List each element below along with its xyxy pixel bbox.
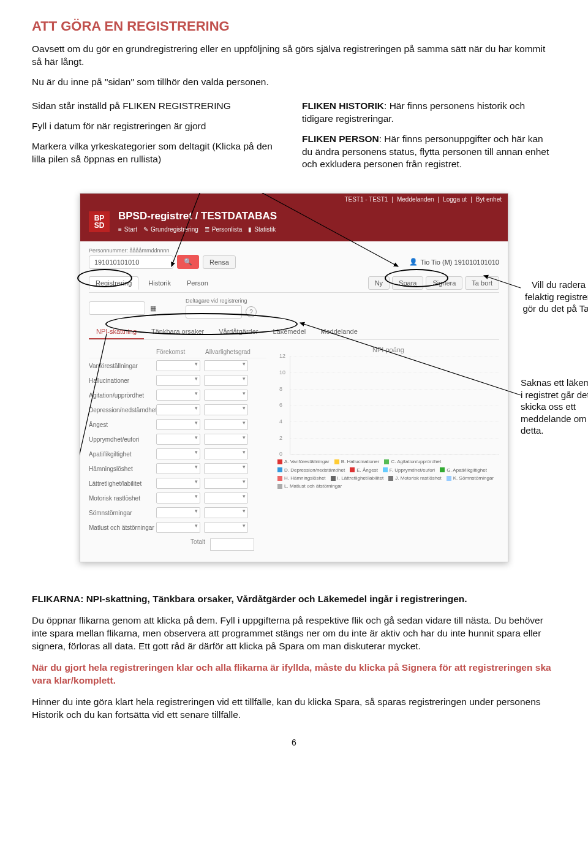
intro-para-1: Oavsett om du gör en grundregistrering e… [32,43,556,69]
subtab-orsaker[interactable]: Tänkbara orsaker [144,325,211,339]
left-instruction-3: Markera vilka yrkeskategorier som deltag… [32,140,286,166]
npi-row-label: Upprymdhet/eufori [89,436,156,443]
deltagare-select[interactable] [186,305,242,319]
right-instruction-2: FLIKEN PERSON: Här finns personuppgifter… [302,133,556,172]
ny-button[interactable]: Ny [368,276,390,290]
footer-signera: När du gjort hela registreringen klar oc… [32,662,556,687]
pn-label: Personnummer: ååååmmddnnnn [89,247,499,254]
legend-item: J. Motorisk rastlöshet [388,475,442,481]
subtab-meddelande[interactable]: Meddelande [313,325,365,339]
deltagare-label: Deltagare vid registrering [186,298,257,304]
menu-personlista[interactable]: ≣Personlista [205,226,242,233]
npi-row-label: Agitation/upprördhet [89,392,156,399]
forekomst-select[interactable] [156,419,200,430]
npi-row-label: Motorisk rastlöshet [89,495,156,502]
npi-row-label: Vanföreställningar [89,363,156,369]
legend-item: F. Upprymdhet/eufori [383,467,435,474]
ytick: 2 [279,435,282,441]
subtab-vard[interactable]: Vårdåtgärder [211,325,265,339]
legend-item: B. Hallucinationer [334,458,380,465]
allvar-select[interactable] [204,375,248,386]
forekomst-select[interactable] [156,390,200,401]
forekomst-select[interactable] [156,478,200,489]
allvar-select[interactable] [204,522,248,533]
npi-row-label: Apati/likgiltighet [89,451,156,458]
allvar-select[interactable] [204,390,248,401]
ytick: 0 [279,451,282,457]
npi-row: Upprymdhet/eufori [89,432,266,447]
subtab-lakemedel[interactable]: Läkemedel [265,325,313,339]
npi-row: Hämningslöshet [89,461,266,476]
forekomst-select[interactable] [156,360,200,371]
ytick: 10 [279,369,285,376]
allvar-select[interactable] [204,448,248,459]
legend-item: K. Sömnstörningar [447,475,494,481]
topbar-logout[interactable]: Logga ut [443,196,467,203]
footer-spara: Hinner du inte göra klart hela registrer… [32,696,556,722]
legend-item: I. Lättretlighet/labilitet [331,475,384,481]
legend-item: E. Ångest [350,467,378,474]
date-input[interactable] [89,301,145,315]
ytick: 6 [279,402,282,408]
forekomst-select[interactable] [156,492,200,504]
forekomst-select[interactable] [156,522,200,533]
npi-row: Ångest [89,417,266,432]
tab-historik[interactable]: Historik [142,277,177,289]
menu-statistik[interactable]: ▮Statistik [248,226,276,233]
menu-start[interactable]: ≡Start [118,226,137,233]
ytick: 4 [279,418,282,425]
menu-grund[interactable]: ✎Grundregistrering [143,226,198,233]
help-icon[interactable]: ? [246,306,257,317]
subtab-npi[interactable]: NPI-skattning [89,325,144,339]
forekomst-select[interactable] [156,404,200,415]
legend-item: L. Matlust och ätstörningar [277,483,342,489]
legend-item: A. Vanföreställningar [277,458,330,465]
search-button[interactable]: 🔍 [177,255,199,269]
col-forekomst: Förekomst [156,349,205,355]
allvar-select[interactable] [204,434,248,445]
fliken-historik-label: FLIKEN HISTORIK [302,100,384,111]
app-title: BPSD-registret / TESTDATABAS [118,210,499,222]
col-allvar: Allvarlighetsgrad [205,349,254,355]
rensa-button[interactable]: Rensa [203,255,236,269]
npi-row-label: Ångest [89,421,156,428]
allvar-select[interactable] [204,507,248,518]
topbar-switch-unit[interactable]: Byt enhet [476,196,502,203]
fliken-person-label: FLIKEN PERSON [302,134,379,144]
screenshot: TEST1 - TEST1| Meddelanden| Logga ut| By… [80,193,508,562]
person-badge: 👤 Tio Tio (M) 191010101010 [409,258,499,266]
allvar-select[interactable] [204,492,248,504]
npi-row: Lättretlighet/labilitet [89,476,266,491]
tabort-button[interactable]: Ta bort [465,276,499,290]
legend-item: C. Agitation/upprördhet [384,458,441,465]
calendar-icon[interactable]: ▦ [150,304,156,312]
callout-meddelande: Saknas ett läkemedel i registret går det… [521,377,588,437]
chart-legend: A. VanföreställningarB. HallucinationerC… [277,458,499,489]
left-instruction-1: Sidan står inställd på FLIKEN REGISTRERI… [32,100,286,113]
npi-row-label: Lättretlighet/labilitet [89,480,156,487]
pn-input[interactable]: 191010101010 [89,255,173,269]
forekomst-select[interactable] [156,507,200,518]
npi-row: Vanföreställningar [89,358,266,373]
topbar-unit: TEST1 - TEST1 [344,196,388,203]
allvar-select[interactable] [204,404,248,415]
npi-row: Depression/nedstämdhet [89,402,266,417]
allvar-select[interactable] [204,360,248,371]
topbar-messages[interactable]: Meddelanden [397,196,434,203]
allvar-select[interactable] [204,419,248,430]
tab-registrering[interactable]: Registrering [89,276,138,290]
app-banner: BP SD BPSD-registret / TESTDATABAS ≡Star… [80,205,508,241]
npi-row-label: Hallucinationer [89,377,156,384]
legend-item: G. Apati/likgiltighet [440,467,487,474]
forekomst-select[interactable] [156,375,200,386]
tab-person[interactable]: Person [181,277,214,289]
allvar-select[interactable] [204,478,248,489]
spara-button[interactable]: Spara [392,276,423,290]
forekomst-select[interactable] [156,463,200,474]
forekomst-select[interactable] [156,448,200,459]
forekomst-select[interactable] [156,434,200,445]
totalt-value [210,538,254,551]
npi-row: Apati/likgiltighet [89,447,266,461]
allvar-select[interactable] [204,463,248,474]
signera-button[interactable]: Signera [426,276,462,290]
